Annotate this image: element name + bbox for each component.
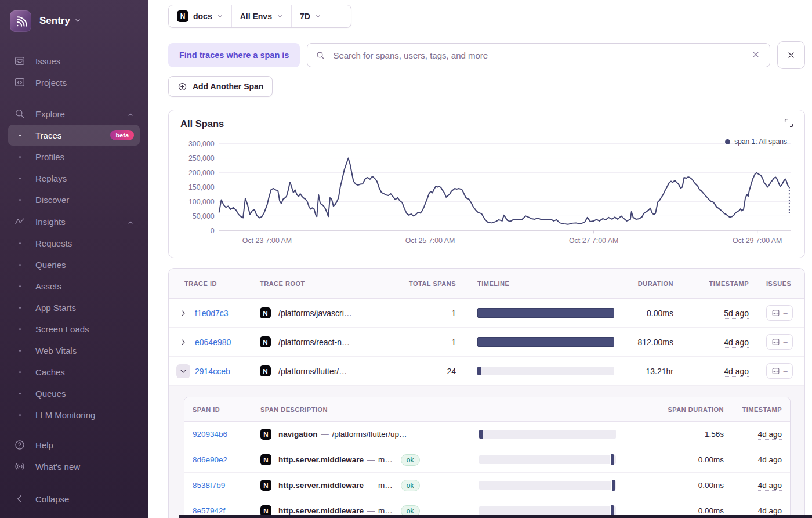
bullet-icon <box>14 285 26 287</box>
issues-button[interactable]: – <box>766 334 793 350</box>
sidebar-item-queries[interactable]: Queries <box>8 254 140 275</box>
sidebar-item-profiles[interactable]: Profiles <box>8 146 140 167</box>
date-range-selector[interactable]: 7D <box>291 5 329 27</box>
timestamp[interactable]: 4d ago <box>724 367 749 377</box>
collapse-label: Collapse <box>35 494 69 504</box>
col-timestamp: TIMESTAMP <box>673 280 749 287</box>
insights-icon <box>14 216 26 227</box>
col-span-id: SPAN ID <box>184 406 251 413</box>
bullet-icon <box>14 199 26 201</box>
date-range-selector-label: 7D <box>300 12 310 21</box>
sidebar-item-requests[interactable]: Requests <box>8 233 140 253</box>
total-spans: 24 <box>407 367 456 376</box>
timestamp[interactable]: 4d ago <box>758 481 782 491</box>
timeline-bar <box>479 481 616 490</box>
span-description: http.server.middleware — m… <box>278 455 393 464</box>
page-filter-bar: N docs All Envs 7D <box>168 5 351 28</box>
collapse-button[interactable]: Collapse <box>8 488 140 509</box>
nextjs-icon: N <box>260 429 271 440</box>
plus-circle-icon <box>177 82 187 92</box>
col-span-duration: SPAN DURATION <box>619 406 724 413</box>
fullscreen-button[interactable] <box>784 118 795 129</box>
col-timeline: TIMELINE <box>456 280 624 287</box>
svg-text:50,000: 50,000 <box>193 212 215 220</box>
trace-root: /platforms/flutter/… <box>278 367 347 376</box>
sidebar-item-web-vitals[interactable]: Web Vitals <box>8 340 140 361</box>
timestamp[interactable]: 4d ago <box>724 338 749 348</box>
sidebar-item-queues[interactable]: Queues <box>8 383 140 404</box>
span-search-input[interactable] <box>332 50 745 61</box>
timeline-bar <box>479 506 616 515</box>
sidebar-item-caches[interactable]: Caches <box>8 361 140 382</box>
add-another-span-button[interactable]: Add Another Span <box>168 76 273 97</box>
collapse-chevron[interactable] <box>176 364 190 378</box>
span-id-link[interactable]: 8d6e90e2 <box>193 455 227 464</box>
chart-title: All Spans <box>180 118 224 129</box>
trace-id-link[interactable]: e064e980 <box>195 338 231 347</box>
sidebar-item-issues[interactable]: Issues <box>8 50 140 71</box>
span-duration: 0.00ms <box>619 481 724 490</box>
span-id-link[interactable]: 920934b6 <box>193 430 227 439</box>
sidebar-item-discover[interactable]: Discover <box>8 189 140 210</box>
issues-button[interactable]: – <box>766 305 793 321</box>
sidebar-item-projects[interactable]: Projects <box>8 72 140 93</box>
svg-text:Oct 29 7:00 AM: Oct 29 7:00 AM <box>733 237 782 245</box>
span-id-link[interactable]: 8e57942f <box>193 506 225 515</box>
sidebar-item-llm-monitoring[interactable]: LLM Monitoring <box>8 404 140 425</box>
issues-button[interactable]: – <box>766 363 793 379</box>
trace-id-link[interactable]: f1e0d7c3 <box>195 309 229 318</box>
sidebar-item-screen-loads[interactable]: Screen Loads <box>8 318 140 339</box>
bullet-icon <box>14 264 26 266</box>
issues-icon <box>14 55 26 67</box>
trace-row: 2914cceb N/platforms/flutter/… 24 13.21h… <box>169 357 804 386</box>
issues-icon <box>771 338 780 346</box>
col-trace-root: TRACE ROOT <box>251 280 407 287</box>
timeline-bar <box>477 308 614 318</box>
remove-span-button[interactable] <box>777 41 805 69</box>
trace-root: /platforms/javascri… <box>278 309 352 318</box>
sidebar-item-what-s-new[interactable]: What's new <box>8 456 140 477</box>
add-another-span-label: Add Another Span <box>193 82 263 91</box>
span-row: 8538f7b9 N http.server.middleware — m… o… <box>184 473 790 498</box>
duration: 812.00ms <box>624 338 673 347</box>
expand-chevron[interactable] <box>176 306 190 320</box>
expanded-trace-section: SPAN ID SPAN DESCRIPTION SPAN DURATION T… <box>169 386 804 518</box>
issues-count: – <box>783 367 787 375</box>
org-switcher[interactable]: Sentry <box>0 0 148 35</box>
bullet-icon <box>14 393 26 394</box>
chevron-down-icon <box>217 12 223 21</box>
span-description: http.server.middleware — m… <box>278 506 393 515</box>
all-spans-chart[interactable]: 050,000100,000150,000200,000250,000300,0… <box>169 110 804 258</box>
project-selector[interactable]: N docs <box>169 5 231 27</box>
timestamp[interactable]: 5d ago <box>724 309 749 319</box>
bullet-icon <box>14 414 26 416</box>
legend-dot-icon <box>725 139 730 144</box>
trace-rows: f1e0d7c3 N/platforms/javascri… 1 0.00ms … <box>169 299 804 386</box>
sidebar-section-insights[interactable]: Insights <box>8 211 140 232</box>
nextjs-icon: N <box>260 454 271 465</box>
environment-selector[interactable]: All Envs <box>231 5 291 27</box>
timestamp[interactable]: 4d ago <box>758 455 782 465</box>
bullet-icon <box>14 350 26 352</box>
search-icon <box>316 50 325 60</box>
expand-chevron[interactable] <box>176 335 190 349</box>
svg-text:Oct 23 7:00 AM: Oct 23 7:00 AM <box>242 237 292 245</box>
help-icon <box>14 439 26 451</box>
span-search-box <box>307 43 770 67</box>
projects-icon <box>14 77 26 88</box>
sentry-logo-icon <box>10 10 31 32</box>
span-description: navigation — /platforms/flutter/up… <box>278 430 407 439</box>
col-total-spans: TOTAL SPANS <box>407 280 456 287</box>
sidebar-item-app-starts[interactable]: App Starts <box>8 297 140 318</box>
span-id-link[interactable]: 8538f7b9 <box>193 481 225 490</box>
timeline-bar <box>477 337 614 347</box>
sidebar-item-assets[interactable]: Assets <box>8 276 140 296</box>
timestamp[interactable]: 4d ago <box>758 430 782 440</box>
trace-id-link[interactable]: 2914cceb <box>195 367 230 376</box>
sidebar-item-replays[interactable]: Replays <box>8 168 140 189</box>
sidebar-section-explore[interactable]: Explore <box>8 103 140 124</box>
clear-search-icon[interactable] <box>751 50 762 60</box>
sidebar-item-traces[interactable]: Tracesbeta <box>8 125 140 146</box>
all-spans-chart-svg: 050,000100,000150,000200,000250,000300,0… <box>169 110 804 258</box>
sidebar-item-help[interactable]: Help <box>8 434 140 455</box>
